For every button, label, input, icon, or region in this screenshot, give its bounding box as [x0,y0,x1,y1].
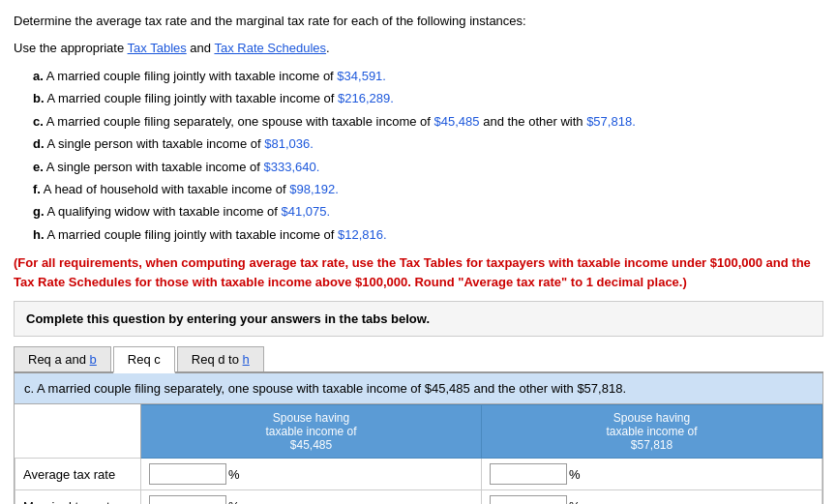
use-appropriate-text: Use the appropriate [14,41,128,55]
average-col2-pct: % [569,467,581,482]
marginal-col1-input[interactable] [149,495,226,504]
average-col1-pct: % [228,467,240,482]
marginal-col1-input-group: % [149,495,473,504]
marginal-tax-rate-label: Marginal tax rate [15,490,141,504]
table-row-average: Average tax rate % % [15,459,822,490]
tax-tables-link[interactable]: Tax Tables [128,41,187,55]
average-tax-rate-col1-cell: % [141,459,482,490]
col1-header: Spouse having taxable income of $45,485 [141,405,482,459]
tax-rate-schedules-link[interactable]: Tax Rate Schedules [214,41,326,55]
tab-content-description: c. A married couple filing separately, o… [14,373,823,404]
list-item: f. A head of household with taxable inco… [33,178,823,200]
list-item: g. A qualifying widow with taxable incom… [33,200,823,222]
list-item: b. A married couple filing jointly with … [33,87,823,109]
marginal-tax-rate-col1-cell: % [141,490,482,504]
tab-req-c[interactable]: Req c [113,346,175,373]
average-col2-input[interactable] [490,463,567,485]
complete-box: Complete this question by entering your … [14,301,823,337]
average-col1-input[interactable] [149,463,226,485]
tabs-row: Req a and b Req c Req d to h [14,346,823,373]
col2-header: Spouse having taxable income of $57,818 [482,405,822,459]
marginal-tax-rate-col2-cell: % [482,490,822,504]
marginal-col1-pct: % [228,499,240,504]
empty-header [15,405,141,459]
marginal-col2-input[interactable] [490,495,567,504]
tab-req-dh-link: h [243,352,250,367]
marginal-col2-pct: % [569,499,581,504]
list-item: a. A married couple filing jointly with … [33,65,823,87]
intro-line1: Determine the average tax rate and the m… [14,14,526,28]
tab-req-ab[interactable]: Req a and b [14,346,111,371]
and-text: and [187,41,215,55]
answer-table: Spouse having taxable income of $45,485 … [15,404,822,504]
tab-req-ab-link: b [90,352,97,367]
tax-tables-line: Use the appropriate Tax Tables and Tax R… [14,39,823,58]
list-item: c. A married couple filing separately, o… [33,110,823,133]
table-row-marginal: Marginal tax rate % % [15,490,822,504]
average-tax-rate-label: Average tax rate [15,459,141,490]
tab-req-dh[interactable]: Req d to h [177,346,264,371]
average-col2-input-group: % [490,463,814,485]
intro-paragraph: Determine the average tax rate and the m… [14,12,823,31]
list-item: h. A married couple filing jointly with … [33,223,823,246]
tab-req-c-label: Req c [128,352,161,367]
list-item: d. A single person with taxable income o… [33,133,823,155]
average-tax-rate-col2-cell: % [482,459,822,490]
instances-list: a. A married couple filing jointly with … [33,65,823,246]
average-col1-input-group: % [149,463,473,485]
period-text: . [326,41,330,55]
red-note: (For all requirements, when computing av… [14,253,823,291]
marginal-col2-input-group: % [490,495,814,504]
list-item: e. A single person with taxable income o… [33,156,823,178]
answer-table-wrapper: Spouse having taxable income of $45,485 … [14,404,823,504]
